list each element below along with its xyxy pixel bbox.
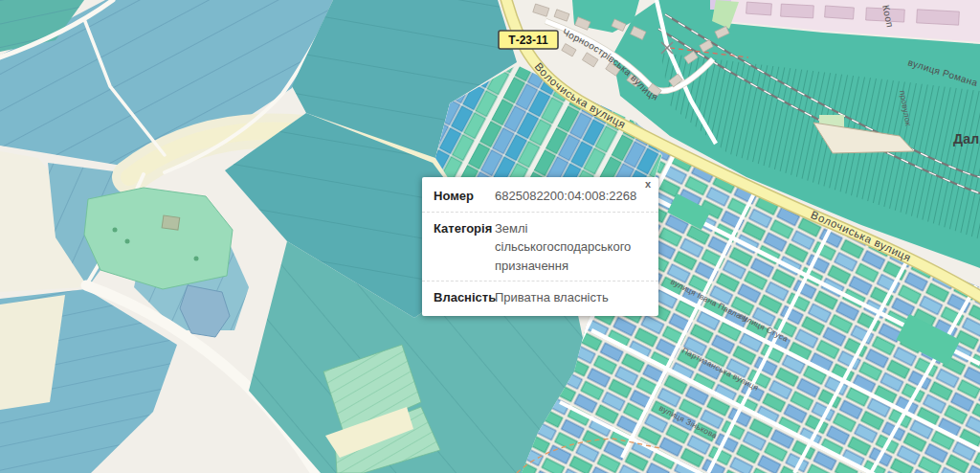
place-label-dal: Дал bbox=[953, 131, 980, 146]
popup-field-value: Землі сільськогосподарського призначення bbox=[495, 219, 647, 276]
road-shield: Т-23-11 bbox=[499, 31, 558, 49]
popup-field-value: 6825082200:04:008:2268 bbox=[495, 187, 647, 206]
popup-row-number: Номер 6825082200:04:008:2268 bbox=[422, 180, 658, 212]
popup-row-category: Категорія Землі сільськогосподарського п… bbox=[422, 212, 658, 282]
popup-field-label: Власність bbox=[434, 288, 495, 307]
popup-field-label: Номер bbox=[434, 187, 495, 206]
popup-field-label: Категорія bbox=[434, 219, 495, 276]
close-icon[interactable]: x bbox=[645, 179, 651, 190]
popup-row-ownership: Власність Приватна власність bbox=[422, 281, 658, 313]
road-shield-label: Т-23-11 bbox=[508, 34, 548, 47]
building-footprint bbox=[162, 215, 180, 230]
popup-field-value: Приватна власність bbox=[495, 288, 647, 307]
parcel-info-popup: x Номер 6825082200:04:008:2268 Категорія… bbox=[422, 177, 658, 316]
